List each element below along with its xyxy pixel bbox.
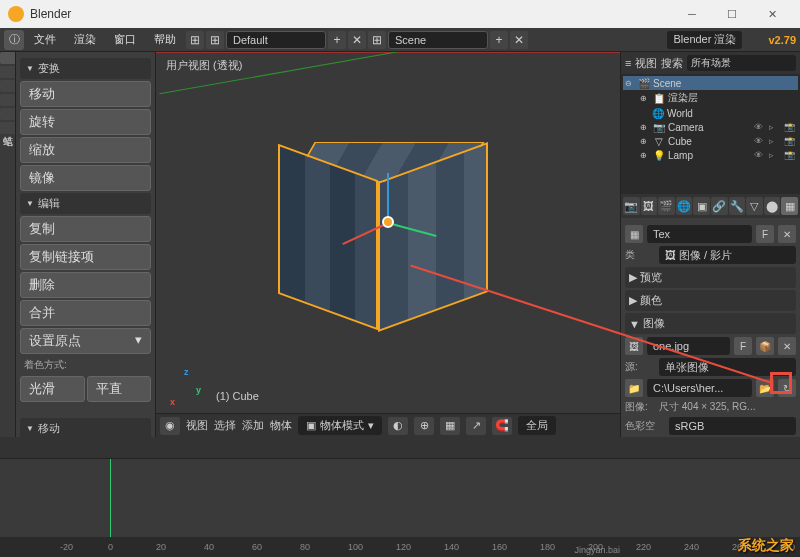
prop-tab-data-icon[interactable]: ▽: [746, 197, 763, 215]
close-button[interactable]: ✕: [752, 0, 792, 28]
editor-type-icon[interactable]: ⓘ: [4, 30, 24, 50]
outliner-item-lamp[interactable]: ⊕💡Lamp👁▹📸: [623, 148, 798, 162]
mode-dropdown[interactable]: ▣物体模式▾: [298, 416, 382, 435]
timeline-cursor[interactable]: [110, 459, 111, 537]
timeline-track[interactable]: [0, 459, 800, 537]
fake-user-button[interactable]: F: [756, 225, 774, 243]
texture-browse-icon[interactable]: ▦: [625, 225, 643, 243]
colorspace-dropdown[interactable]: sRGB: [669, 417, 796, 435]
3d-viewport[interactable]: 用户视图 (透视) z y x (1) Cube ◉: [156, 52, 620, 437]
shade-smooth-button[interactable]: 光滑: [20, 376, 85, 402]
edit-panel-header[interactable]: ▼编辑: [20, 193, 151, 214]
cursor-icon[interactable]: ▹: [769, 122, 781, 132]
outliner-item-camera[interactable]: ⊕📷Camera👁▹📸: [623, 120, 798, 134]
tab-relations[interactable]: 关系: [0, 80, 15, 92]
outliner-search-menu[interactable]: 搜索: [661, 56, 683, 71]
scale-button[interactable]: 缩放: [20, 137, 151, 163]
expand-icon[interactable]: ⊖: [625, 79, 635, 88]
shade-flat-button[interactable]: 平直: [87, 376, 152, 402]
screen-layout-field[interactable]: Default: [226, 31, 326, 49]
tab-grease-pencil[interactable]: 蜡笔: [0, 122, 15, 134]
tab-tools[interactable]: 工具: [0, 52, 15, 64]
orientation-dropdown[interactable]: 全局: [518, 416, 556, 435]
layout-remove-button[interactable]: ✕: [348, 31, 366, 49]
render-icon[interactable]: 📸: [784, 150, 796, 160]
timeline-ruler[interactable]: -20 0 20 40 60 80 100 120 140 160 180 20…: [0, 537, 800, 557]
transform-panel-header[interactable]: ▼变换: [20, 58, 151, 79]
gizmo-center[interactable]: [382, 216, 394, 228]
tab-create[interactable]: 创建: [0, 66, 15, 78]
prop-tab-material-icon[interactable]: ⬤: [764, 197, 781, 215]
prop-tab-render-icon[interactable]: 📷: [623, 197, 640, 215]
filepath-browse-icon[interactable]: 📁: [625, 379, 643, 397]
image-section-header[interactable]: ▼ 图像: [625, 313, 796, 334]
preview-section-header[interactable]: ▶ 预览: [625, 267, 796, 288]
object-menu[interactable]: 物体: [270, 418, 292, 433]
prop-tab-world-icon[interactable]: 🌐: [676, 197, 693, 215]
outliner-item-world[interactable]: 🌐World: [623, 106, 798, 120]
eye-icon[interactable]: 👁: [754, 122, 766, 132]
expand-icon[interactable]: ⊕: [640, 137, 650, 146]
prop-tab-object-icon[interactable]: ▣: [693, 197, 710, 215]
pivot-icon[interactable]: ⊕: [414, 417, 434, 435]
join-button[interactable]: 合并: [20, 300, 151, 326]
duplicate-button[interactable]: 复制: [20, 216, 151, 242]
outliner-item-renderlayers[interactable]: ⊕📋渲染层: [623, 90, 798, 106]
color-section-header[interactable]: ▶ 颜色: [625, 290, 796, 311]
scene-browse-icon[interactable]: ⊞: [368, 31, 386, 49]
texture-name-field[interactable]: Tex: [647, 225, 752, 243]
expand-icon[interactable]: ⊕: [640, 123, 650, 132]
fake-user-button-2[interactable]: F: [734, 337, 752, 355]
viewport-shading-icon[interactable]: ◐: [388, 417, 408, 435]
translate-button[interactable]: 移动: [20, 81, 151, 107]
texture-type-dropdown[interactable]: 🖼 图像 / 影片: [659, 246, 796, 264]
prop-tab-constraints-icon[interactable]: 🔗: [711, 197, 728, 215]
timeline-header[interactable]: [0, 437, 800, 459]
render-icon[interactable]: 📸: [784, 122, 796, 132]
unlink-button[interactable]: ✕: [778, 225, 796, 243]
mirror-button[interactable]: 镜像: [20, 165, 151, 191]
prop-tab-texture-icon[interactable]: ▦: [781, 197, 798, 215]
editor-type-3dview-icon[interactable]: ◉: [160, 417, 180, 435]
transform-gizmo[interactable]: [388, 222, 389, 223]
menu-render[interactable]: 渲染: [66, 30, 104, 49]
eye-icon[interactable]: 👁: [754, 136, 766, 146]
filepath-field[interactable]: C:\Users\her...: [647, 379, 752, 397]
cursor-icon[interactable]: ▹: [769, 150, 781, 160]
expand-icon[interactable]: ⊕: [640, 94, 650, 103]
expand-icon[interactable]: ⊕: [640, 151, 650, 160]
scene-remove-button[interactable]: ✕: [510, 31, 528, 49]
outliner-item-cube[interactable]: ⊕▽Cube👁▹📸: [623, 134, 798, 148]
select-menu[interactable]: 选择: [214, 418, 236, 433]
menu-help[interactable]: 帮助: [146, 30, 184, 49]
duplicate-linked-button[interactable]: 复制链接项: [20, 244, 151, 270]
snap-icon[interactable]: 🧲: [492, 417, 512, 435]
pack-image-button[interactable]: 📦: [756, 337, 774, 355]
cursor-icon[interactable]: ▹: [769, 136, 781, 146]
layout-add-button[interactable]: +: [328, 31, 346, 49]
set-origin-dropdown[interactable]: 设置原点▾: [20, 328, 151, 354]
editor-type-outliner-icon[interactable]: ≡: [625, 57, 631, 69]
view-menu[interactable]: 视图: [186, 418, 208, 433]
manipulator-icon[interactable]: ↗: [466, 417, 486, 435]
layout-browse-icon[interactable]: ⊞: [206, 31, 224, 49]
maximize-button[interactable]: ☐: [712, 0, 752, 28]
prop-tab-scene-icon[interactable]: 🎬: [658, 197, 675, 215]
layer-icon[interactable]: ▦: [440, 417, 460, 435]
outliner-view-menu[interactable]: 视图: [635, 56, 657, 71]
render-icon[interactable]: 📸: [784, 136, 796, 146]
history-panel-header[interactable]: ▼移动: [20, 418, 151, 437]
back-to-prev-icon[interactable]: ⊞: [186, 31, 204, 49]
tab-animation[interactable]: 动画: [0, 94, 15, 106]
scene-add-button[interactable]: +: [490, 31, 508, 49]
rotate-button[interactable]: 旋转: [20, 109, 151, 135]
outliner-filter-dropdown[interactable]: 所有场景: [687, 55, 796, 71]
outliner-item-scene[interactable]: ⊖🎬Scene: [623, 76, 798, 90]
unlink-image-button[interactable]: ✕: [778, 337, 796, 355]
add-menu[interactable]: 添加: [242, 418, 264, 433]
menu-window[interactable]: 窗口: [106, 30, 144, 49]
outliner[interactable]: ⊖🎬Scene ⊕📋渲染层 🌐World ⊕📷Camera👁▹📸 ⊕▽Cube👁…: [621, 74, 800, 194]
tab-physics[interactable]: 物理: [0, 108, 15, 120]
delete-button[interactable]: 删除: [20, 272, 151, 298]
cube-object[interactable]: [258, 102, 518, 362]
